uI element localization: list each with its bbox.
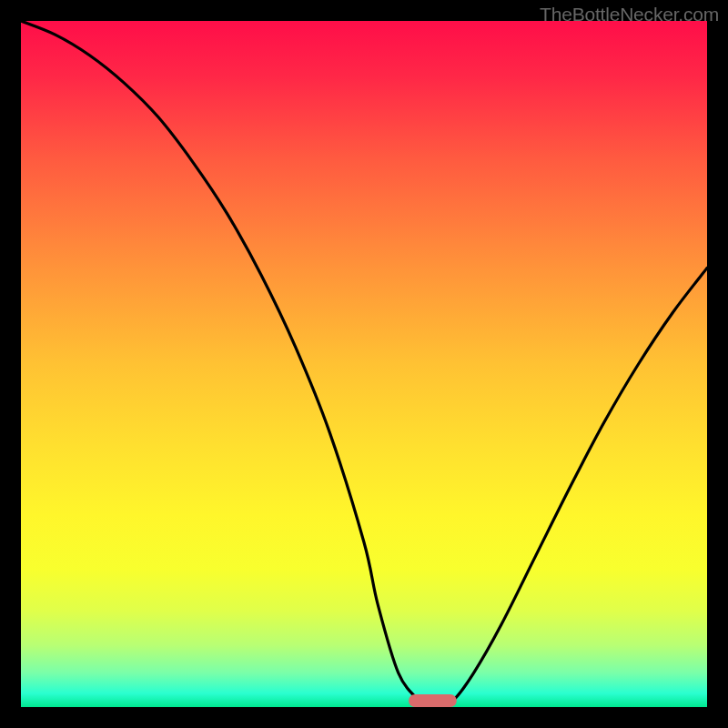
- gradient-background: [21, 21, 707, 707]
- watermark-text: TheBottleNecker.com: [540, 4, 719, 25]
- chart-container: TheBottleNecker.com: [0, 0, 728, 728]
- chart-svg: [21, 21, 707, 707]
- optimal-marker: [409, 694, 457, 707]
- plot-area: [21, 21, 707, 707]
